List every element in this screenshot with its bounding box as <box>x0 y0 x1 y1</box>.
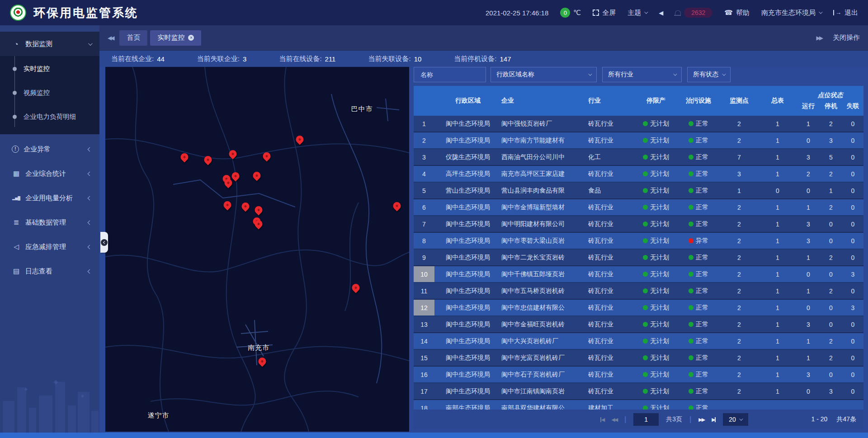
cell-index: 6 <box>414 199 434 215</box>
cell-lost: 0 <box>842 166 863 182</box>
table-row[interactable]: 11阆中生态环境局阆中市五马桥页岩机砖砖瓦行业无计划正常21120 <box>414 283 863 300</box>
sidebar-submenu: 实时监控视频监控企业电力负荷明细 <box>0 56 99 134</box>
logout-button[interactable]: → 退出 <box>833 9 858 17</box>
sidebar-item[interactable]: 实时监控 <box>0 57 99 81</box>
table-row[interactable]: 9阆中生态环境局阆中市二龙长宝页岩砖砖瓦行业无计划正常21120 <box>414 250 863 266</box>
tab-实时监控[interactable]: 实时监控× <box>150 30 201 46</box>
help-button[interactable]: ☎ 帮助 <box>724 9 750 17</box>
org-dropdown[interactable]: 南充市生态环境局 <box>761 9 821 17</box>
table-row[interactable]: 10阆中生态环境局阆中千佛镇五郎垭页岩砖瓦行业无计划正常21003 <box>414 266 863 283</box>
facility-label: 正常 <box>696 304 708 312</box>
col-group-point-status: 点位状态 运行 停机 失联 <box>797 86 863 116</box>
sidebar-collapse-button[interactable] <box>100 232 108 253</box>
table-row[interactable]: 18南部生态环境局南部县双华建材有限公建材加工无计划正常 <box>414 400 863 410</box>
sidebar-skyline-decor <box>0 376 99 433</box>
table-row[interactable]: 16阆中生态环境局阆中市石子页岩机砖厂砖瓦行业无计划正常21300 <box>414 367 863 383</box>
filter-bar: 行政区域名称 所有行业 所有状态 <box>414 67 863 82</box>
alert-icon: ! <box>12 146 19 153</box>
tab-首页[interactable]: 首页 <box>119 30 147 46</box>
cell-region: 阆中生态环境局 <box>434 316 501 332</box>
table-row[interactable]: 4高坪生态环境局南充市高坪区王家店建砖瓦行业无计划正常31220 <box>414 166 863 183</box>
sidebar-group-header[interactable]: ◔数据监测 <box>0 32 99 56</box>
cell-region: 阆中生态环境局 <box>434 283 501 299</box>
table-row[interactable]: 8阆中生态环境局阆中市枣碧大梁山页岩砖瓦行业无计划异常21300 <box>414 233 863 250</box>
status-select[interactable]: 所有状态 <box>687 67 731 82</box>
theme-dropdown[interactable]: 主题 <box>627 9 647 17</box>
cell-industry: 食品 <box>588 183 635 198</box>
speaker-icon[interactable]: ◀ <box>659 9 663 16</box>
cell-meters: 1 <box>758 266 797 282</box>
industry-select[interactable]: 所有行业 <box>602 67 682 82</box>
notification-widget[interactable]: 2632 <box>675 8 712 18</box>
table-row[interactable]: 6阆中生态环境局阆中市金博瑞新型墙材砖瓦行业无计划正常21120 <box>414 199 863 216</box>
prev-page-button[interactable]: ◀◀ <box>611 417 617 423</box>
stop-label: 无计划 <box>650 237 669 245</box>
sidebar-group-label: 企业用电量分析 <box>25 194 84 203</box>
page-size-select[interactable]: 20 <box>723 413 748 426</box>
cell-company: 阆中市光富页岩机砖厂 <box>501 350 588 366</box>
facility-label: 正常 <box>696 387 708 396</box>
cell-region: 阆中生态环境局 <box>434 233 501 249</box>
cell-lost: 3 <box>842 266 863 282</box>
status-dot-green <box>643 255 648 260</box>
tabs-scroll-right-button[interactable]: ▶▶ <box>816 35 822 41</box>
tab-close-icon[interactable]: × <box>188 35 194 41</box>
sidebar-group-header[interactable]: ▤日志查看 <box>0 259 99 283</box>
chevron-down-icon <box>588 72 592 75</box>
status-dot-green <box>643 121 648 126</box>
chevron-down-icon <box>819 10 822 14</box>
next-page-button[interactable]: ▶▶ <box>698 417 704 423</box>
table-row[interactable]: 5营山生态环境局营山县润丰肉食品有限食品无计划正常10010 <box>414 183 863 199</box>
cell-stop-n: 2 <box>820 199 842 215</box>
table-row[interactable]: 13阆中生态环境局阆中市金福旺页岩机砖砖瓦行业无计划正常21300 <box>414 316 863 333</box>
table-row[interactable]: 7阆中生态环境局阆中明阳建材有限公司砖瓦行业无计划正常21300 <box>414 216 863 233</box>
sidebar-item[interactable]: 视频监控 <box>0 81 99 105</box>
cell-company: 南充市高坪区王家店建 <box>501 166 588 182</box>
close-operations-button[interactable]: 关闭操作 <box>833 33 860 42</box>
map-panel[interactable]: 巴中市南充市遂宁市 <box>105 67 409 432</box>
cell-run: 0 <box>797 266 820 282</box>
cell-index: 10 <box>414 266 434 282</box>
chevron-left-icon <box>88 269 92 273</box>
cell-stop-n: 0 <box>820 316 842 332</box>
first-page-button[interactable]: ◀ <box>600 417 604 423</box>
cell-meters: 1 <box>758 316 797 332</box>
table-row[interactable]: 14阆中生态环境局阆中大兴页岩机砖厂砖瓦行业无计划正常21120 <box>414 333 863 350</box>
page-number-input[interactable]: 1 <box>633 413 659 426</box>
dot-icon <box>13 115 17 119</box>
cell-stop: 无计划 <box>635 316 677 332</box>
name-search-field[interactable] <box>414 67 486 82</box>
sidebar-group-header[interactable]: ▂▅█企业用电量分析 <box>0 186 99 210</box>
tab-label: 实时监控 <box>157 33 184 42</box>
cell-lost: 0 <box>842 316 863 332</box>
cell-run: 3 <box>797 316 820 332</box>
sidebar-item[interactable]: 企业电力负荷明细 <box>0 105 99 129</box>
chevron-left-icon <box>103 240 106 244</box>
table-row[interactable]: 2阆中生态环境局阆中市南方节能建材有砖瓦行业无计划正常21030 <box>414 132 863 149</box>
region-select[interactable]: 行政区域名称 <box>491 67 597 82</box>
cell-stop: 无计划 <box>635 333 677 349</box>
cell-company: 阆中强锐页岩砖厂 <box>501 116 588 132</box>
sidebar-group-header[interactable]: ≣基础数据管理 <box>0 210 99 235</box>
tabs-scroll-left-button[interactable]: ◀◀ <box>108 35 113 41</box>
chevron-left-icon <box>88 220 92 225</box>
table-row[interactable]: 12阆中生态环境局阆中市忠信建材有限公砖瓦行业无计划正常21003 <box>414 300 863 316</box>
sidebar-group-header[interactable]: ▦企业综合统计 <box>0 161 99 186</box>
stat-value: 10 <box>414 55 422 63</box>
last-page-button[interactable]: ▶ <box>712 417 715 423</box>
app-title: 环保用电监管系统 <box>33 5 138 21</box>
cell-meters: 1 <box>758 367 797 382</box>
sidebar-group-header[interactable]: !企业异常 <box>0 137 99 161</box>
table-row[interactable]: 1阆中生态环境局阆中强锐页岩砖厂砖瓦行业无计划正常21120 <box>414 116 863 132</box>
table-row[interactable]: 15阆中生态环境局阆中市光富页岩机砖厂砖瓦行业无计划正常21120 <box>414 350 863 367</box>
fullscreen-button[interactable]: 全屏 <box>593 9 616 17</box>
facility-label: 正常 <box>696 187 708 195</box>
name-search-input[interactable] <box>420 71 480 79</box>
city-label: 遂宁市 <box>148 411 170 419</box>
table-row[interactable]: 3仪陇生态环境局西南油气田分公司川中化工无计划正常71350 <box>414 149 863 166</box>
table-row[interactable]: 17阆中生态环境局阆中市江南镇阆南页岩砖瓦行业无计划正常21030 <box>414 383 863 400</box>
chevron-down-icon <box>88 41 93 46</box>
cell-points: 2 <box>720 283 758 299</box>
stop-label: 无计划 <box>650 137 669 145</box>
sidebar-group-header[interactable]: ◁应急减排管理 <box>0 235 99 259</box>
